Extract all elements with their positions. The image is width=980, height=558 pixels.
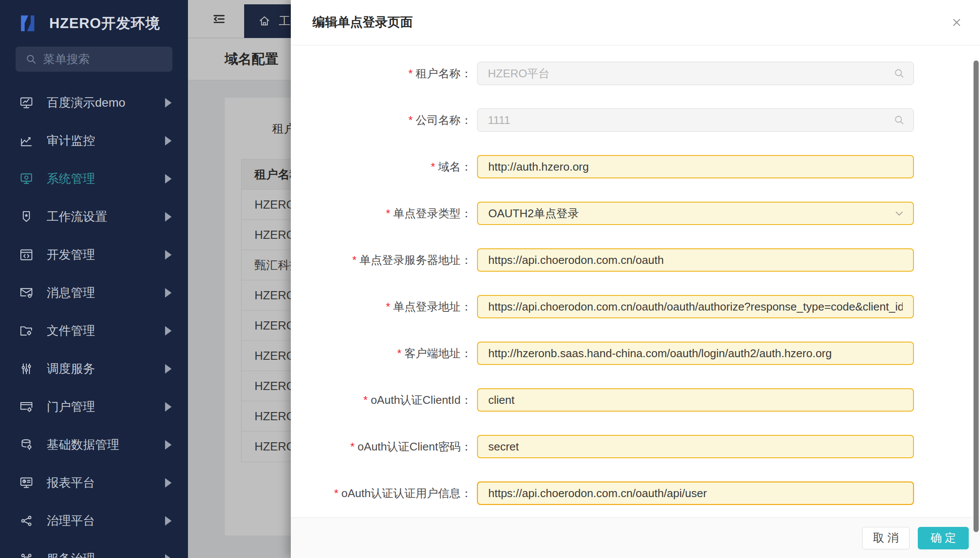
required-asterisk: * xyxy=(431,160,435,173)
sso-type-value[interactable]: OAUTH2单点登录 xyxy=(477,202,914,225)
menu-search-box[interactable] xyxy=(16,47,172,72)
sso-login-url-field xyxy=(477,295,914,318)
sidebar-item-base-data-management[interactable]: 基础数据管理 xyxy=(0,426,188,464)
chevron-right-icon xyxy=(165,288,172,298)
sidebar-item-label: 消息管理 xyxy=(47,285,95,301)
message-gear-icon xyxy=(19,285,35,301)
audit-chart-icon xyxy=(19,133,35,149)
chevron-right-icon xyxy=(165,174,172,184)
app-root: HZERO开发环境 百度演示demo xyxy=(0,0,980,558)
required-asterisk: * xyxy=(363,393,368,406)
cancel-button[interactable]: 取 消 xyxy=(862,527,910,549)
sso-type-select[interactable]: OAUTH2单点登录 xyxy=(477,202,914,225)
report-monitor-icon xyxy=(19,475,35,491)
sidebar-item-governance-platform[interactable]: 治理平台 xyxy=(0,502,188,540)
search-icon[interactable] xyxy=(893,67,905,79)
required-asterisk: * xyxy=(408,114,413,127)
sidebar: HZERO开发环境 百度演示demo xyxy=(0,0,188,558)
vertical-scrollbar[interactable] xyxy=(974,60,979,532)
folder-gear-icon xyxy=(19,323,35,339)
chevron-right-icon xyxy=(165,440,172,450)
oauth-userinfo-url-input[interactable] xyxy=(477,482,914,505)
required-asterisk: * xyxy=(386,300,390,313)
field-label: *公司名称： xyxy=(291,113,472,128)
field-label: *oAuth认证Client密码： xyxy=(291,439,472,454)
form-row-sso-server-url: *单点登录服务器地址： xyxy=(291,248,980,272)
sidebar-item-label: 开发管理 xyxy=(47,247,95,263)
form-row-sso-type: *单点登录类型： OAUTH2单点登录 xyxy=(291,202,980,225)
close-icon[interactable] xyxy=(951,16,963,29)
field-label: *客户端地址： xyxy=(291,346,472,361)
client-url-field xyxy=(477,342,914,365)
sidebar-item-portal-management[interactable]: 门户管理 xyxy=(0,388,188,426)
sidebar-item-label: 工作流设置 xyxy=(47,209,107,225)
sidebar-item-label: 治理平台 xyxy=(47,513,95,529)
sliders-icon xyxy=(19,361,35,377)
sso-server-url-input[interactable] xyxy=(477,248,914,272)
hzero-logo-icon xyxy=(16,11,40,35)
sidebar-item-system-management[interactable]: 系统管理 xyxy=(0,160,188,198)
field-label: *oAuth认证认证用户信息： xyxy=(291,486,472,501)
domain-input[interactable] xyxy=(477,155,914,178)
sidebar-item-label: 基础数据管理 xyxy=(47,437,119,453)
sidebar-item-label: 报表平台 xyxy=(47,475,95,491)
sidebar-item-report-platform[interactable]: 报表平台 xyxy=(0,464,188,502)
menu-search-input[interactable] xyxy=(43,53,156,66)
workflow-flag-icon xyxy=(19,209,35,225)
database-gear-icon xyxy=(19,437,35,453)
sidebar-item-audit-monitor[interactable]: 审计监控 xyxy=(0,122,188,160)
tenant-name-input xyxy=(477,62,914,85)
chevron-right-icon xyxy=(165,250,172,260)
oauth-client-secret-input[interactable] xyxy=(477,435,914,458)
field-label: *域名： xyxy=(291,159,472,174)
sidebar-item-label: 百度演示demo xyxy=(47,95,125,111)
form-row-oauth-userinfo-url: *oAuth认证认证用户信息： xyxy=(291,482,980,505)
field-label: *租户名称： xyxy=(291,66,472,81)
sidebar-item-file-management[interactable]: 文件管理 xyxy=(0,312,188,350)
drawer-form: *租户名称： *公司名称： *域名： xyxy=(291,45,980,505)
chevron-down-icon xyxy=(893,207,905,219)
search-icon[interactable] xyxy=(893,114,905,126)
field-label: *oAuth认证ClientId： xyxy=(291,393,472,408)
field-label: *单点登录服务器地址： xyxy=(291,253,472,268)
oauth-client-secret-field xyxy=(477,435,914,458)
sidebar-item-label: 系统管理 xyxy=(47,171,95,187)
sidebar-item-baidu-demo[interactable]: 百度演示demo xyxy=(0,84,188,122)
required-asterisk: * xyxy=(334,487,338,500)
required-asterisk: * xyxy=(386,207,390,220)
sidebar-item-message-management[interactable]: 消息管理 xyxy=(0,274,188,312)
form-row-domain: *域名： xyxy=(291,155,980,178)
command-icon xyxy=(19,551,35,558)
required-asterisk: * xyxy=(350,440,354,453)
drawer-footer: 取 消 确 定 xyxy=(291,517,980,558)
sidebar-item-service-governance[interactable]: 服务治理 xyxy=(0,540,188,558)
sidebar-item-schedule-service[interactable]: 调度服务 xyxy=(0,350,188,388)
sso-login-url-input[interactable] xyxy=(477,295,914,318)
domain-field xyxy=(477,155,914,178)
field-label: *单点登录地址： xyxy=(291,299,472,314)
chevron-right-icon xyxy=(165,478,172,488)
chevron-right-icon xyxy=(165,402,172,412)
sidebar-item-label: 服务治理 xyxy=(47,551,95,558)
network-nodes-icon xyxy=(19,513,35,529)
form-row-oauth-client-id: *oAuth认证ClientId： xyxy=(291,388,980,412)
sidebar-item-label: 审计监控 xyxy=(47,133,95,149)
chevron-right-icon xyxy=(165,554,172,558)
sidebar-item-label: 门户管理 xyxy=(47,399,95,415)
sidebar-item-workflow-settings[interactable]: 工作流设置 xyxy=(0,198,188,236)
search-icon xyxy=(25,53,37,65)
chevron-right-icon xyxy=(165,98,172,108)
sidebar-item-dev-management[interactable]: 开发管理 xyxy=(0,236,188,274)
form-row-tenant-name: *租户名称： xyxy=(291,62,980,85)
chevron-right-icon xyxy=(165,212,172,222)
sidebar-item-label: 文件管理 xyxy=(47,323,95,339)
chevron-right-icon xyxy=(165,326,172,336)
form-row-oauth-client-secret: *oAuth认证Client密码： xyxy=(291,435,980,458)
company-name-lov xyxy=(477,108,914,132)
field-label: *单点登录类型： xyxy=(291,206,472,221)
required-asterisk: * xyxy=(408,67,413,80)
oauth-client-id-input[interactable] xyxy=(477,388,914,412)
confirm-button[interactable]: 确 定 xyxy=(918,527,969,549)
chevron-right-icon xyxy=(165,136,172,146)
client-url-input[interactable] xyxy=(477,342,914,365)
